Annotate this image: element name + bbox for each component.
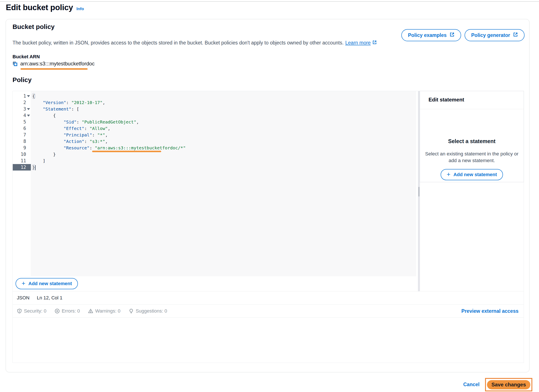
security-shield-icon — [17, 309, 22, 314]
external-link-icon — [513, 32, 518, 38]
code-line-9: "Resource": "arn:aws:s3:::mytestbucketfo… — [32, 145, 416, 151]
splitter-grip-icon — [418, 187, 419, 196]
code-line-1: { — [32, 93, 416, 99]
annotation-box-save: Save changes — [485, 378, 532, 391]
panel-add-new-statement-button[interactable]: + Add new statement — [441, 169, 503, 180]
policy-examples-label: Policy examples — [408, 32, 447, 38]
policy-editor: 123456789101112 { "Version": "2012-10-17… — [13, 91, 524, 363]
page-header: Edit bucket policy Info — [6, 3, 84, 12]
policy-generator-button[interactable]: Policy generator — [465, 29, 525, 41]
card-actions: Policy examples Policy generator — [401, 29, 525, 41]
cursor-position: Ln 12, Col 1 — [37, 295, 63, 301]
add-new-statement-button[interactable]: + Add new statement — [15, 278, 78, 289]
editor-status-bar: JSON Ln 12, Col 1 — [13, 291, 524, 304]
gutter-line-9[interactable]: 9 — [13, 145, 31, 151]
fold-arrow-icon[interactable] — [27, 115, 30, 116]
suggestions-count: Suggestions: 0 — [129, 308, 167, 314]
code-line-10: } — [32, 151, 416, 158]
cancel-button[interactable]: Cancel — [463, 382, 479, 387]
edit-statement-empty-state: Select a statement Select an existing st… — [420, 109, 524, 182]
code-line-11: ] — [32, 158, 416, 164]
code-line-6: "Effect": "Allow", — [32, 125, 416, 132]
preview-external-access-link[interactable]: Preview external access — [461, 308, 519, 314]
bucket-arn-row: arn:aws:s3:::mytestbucketfordoc — [12, 61, 95, 67]
editor-mode: JSON — [17, 295, 29, 301]
code-line-3: "Statement": [ — [32, 106, 416, 112]
code-line-2: "Version": "2012-10-17", — [32, 99, 416, 106]
policy-generator-label: Policy generator — [471, 32, 510, 38]
copy-icon[interactable] — [12, 61, 18, 67]
card-description: The bucket policy, written in JSON, prov… — [13, 40, 377, 46]
page-title: Edit bucket policy — [6, 3, 73, 12]
edit-bucket-policy-page: Edit bucket policy Info Bucket policy Po… — [0, 0, 539, 392]
bucket-arn-label: Bucket ARN — [13, 54, 40, 60]
editor-issues-bar: Security: 0 Errors: 0 Warnings: 0 Sugges… — [13, 304, 524, 318]
gutter-line-5[interactable]: 5 — [13, 119, 31, 125]
gutter-line-1[interactable]: 1 — [13, 93, 31, 99]
external-link-icon — [372, 40, 377, 46]
suggestion-bulb-icon — [129, 309, 134, 314]
bucket-policy-card: Bucket policy Policy examples Policy gen… — [6, 19, 529, 372]
fold-arrow-icon[interactable] — [27, 108, 30, 110]
code-line-7: "Principal": "*", — [32, 132, 416, 138]
external-link-icon — [450, 32, 454, 38]
gutter-line-7[interactable]: 7 — [13, 132, 31, 138]
warning-triangle-icon — [88, 309, 93, 314]
edit-statement-title: Edit statement — [420, 91, 524, 109]
annotation-underline-arn — [20, 68, 88, 70]
errors-count: Errors: 0 — [55, 308, 80, 314]
text-cursor — [35, 165, 36, 170]
warnings-count: Warnings: 0 — [88, 308, 120, 314]
code-editor-area[interactable]: { "Version": "2012-10-17", "Statement": … — [31, 91, 416, 276]
security-count: Security: 0 — [17, 308, 46, 314]
gutter-line-6[interactable]: 6 — [13, 125, 31, 132]
gutter-line-10[interactable]: 10 — [13, 151, 31, 158]
policy-section-label: Policy — [13, 76, 32, 83]
edit-statement-panel: Edit statement Select a statement Select… — [420, 91, 524, 182]
add-statement-row: + Add new statement — [13, 276, 416, 291]
gutter-line-2[interactable]: 2 — [13, 99, 31, 106]
info-link[interactable]: Info — [76, 6, 84, 11]
bucket-arn-value: arn:aws:s3:::mytestbucketfordoc — [20, 61, 95, 67]
editor-gutter: 123456789101112 — [13, 91, 31, 276]
code-line-8: "Action": "s3:*", — [32, 138, 416, 145]
policy-examples-button[interactable]: Policy examples — [401, 29, 461, 41]
learn-more-link[interactable]: Learn more — [345, 40, 377, 46]
fold-arrow-icon[interactable] — [27, 95, 30, 97]
annotation-underline-resource — [92, 151, 161, 152]
gutter-line-3[interactable]: 3 — [13, 106, 31, 112]
code-line-5: "Sid": "PublicReadGetObject", — [32, 119, 416, 125]
error-circle-icon — [55, 309, 60, 314]
top-divider — [0, 1, 539, 2]
gutter-line-8[interactable]: 8 — [13, 138, 31, 145]
save-changes-button[interactable]: Save changes — [487, 380, 530, 389]
code-line-12: } — [32, 164, 416, 170]
gutter-line-11[interactable]: 11 — [13, 158, 31, 164]
gutter-line-4[interactable]: 4 — [13, 112, 31, 119]
select-statement-text: Select an existing statement in the poli… — [423, 150, 520, 164]
card-title: Bucket policy — [13, 23, 55, 30]
select-statement-title: Select a statement — [448, 138, 496, 144]
gutter-line-12[interactable]: 12 — [13, 164, 31, 170]
code-line-4: { — [32, 112, 416, 119]
